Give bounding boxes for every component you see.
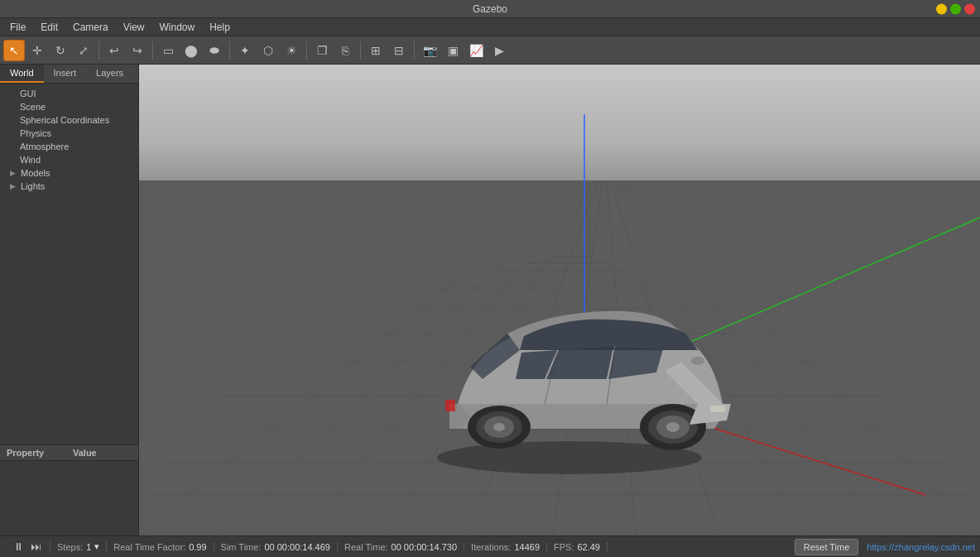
align-tool-button[interactable]: ⊞ — [365, 40, 387, 61]
scene-svg — [139, 65, 980, 535]
world-tree: GUISceneSpherical CoordinatesPhysicsAtmo… — [0, 84, 138, 444]
real-time-section: Real Time: 00 00:00:14.730 — [338, 542, 464, 552]
fps-value: 62.49 — [577, 542, 600, 552]
toolbar: ↖✛↻⤢↩↪▭⬤⬬✦⬡☀❐⎘⊞⊟📷▣📈▶ — [0, 36, 980, 65]
record-tool-button[interactable]: ▣ — [442, 40, 464, 61]
step-button[interactable]: ⏭ — [29, 540, 43, 553]
scale-tool-button[interactable]: ⤢ — [73, 40, 94, 61]
url-bar: https://zhangrelay.csdn.net — [867, 542, 975, 552]
toolbar-separator — [152, 41, 153, 60]
real-time-label: Real Time: — [344, 542, 388, 552]
tab-world[interactable]: World — [0, 65, 44, 83]
status-bar: ⏸ ⏭ Steps: 1 ▾ Real Time Factor: 0.99 Si… — [0, 535, 980, 557]
point-light-tool-button[interactable]: ✦ — [234, 40, 256, 61]
rtf-label: Real Time Factor: — [113, 542, 185, 552]
play-controls: ⏸ ⏭ — [5, 540, 50, 553]
steps-value: 1 — [86, 542, 91, 552]
tree-item-spherical-coordinates[interactable]: Spherical Coordinates — [0, 113, 138, 127]
sim-time-section: Sim Time: 00 00:00:14.469 — [214, 542, 338, 552]
tree-item-gui[interactable]: GUI — [0, 87, 138, 100]
property-panel: Property Value — [0, 444, 138, 535]
toolbar-separator — [360, 41, 361, 60]
maximize-button[interactable] — [950, 3, 961, 14]
directional-light-tool-button[interactable]: ☀ — [281, 40, 302, 61]
copy-tool-button[interactable]: ❐ — [311, 40, 333, 61]
iterations-value: 14469 — [514, 542, 540, 552]
window-controls — [936, 3, 975, 14]
svg-point-38 — [493, 423, 505, 431]
select-tool-button[interactable]: ↖ — [3, 40, 25, 61]
plot-tool-button[interactable]: 📈 — [465, 40, 487, 61]
real-time-value: 00 00:00:14.730 — [392, 542, 458, 552]
tree-item-wind[interactable]: Wind — [0, 153, 138, 166]
close-button[interactable] — [964, 3, 975, 14]
iterations-section: Iterations: 14469 — [464, 542, 547, 552]
rotate-tool-button[interactable]: ↻ — [50, 40, 71, 61]
tree-item-scene[interactable]: Scene — [0, 100, 138, 113]
reset-time-button[interactable]: Reset Time — [795, 539, 859, 555]
sphere-tool-button[interactable]: ⬤ — [180, 40, 202, 61]
minimize-button[interactable] — [936, 3, 947, 14]
tab-layers[interactable]: Layers — [86, 65, 133, 83]
sim-time-value: 00 00:00:14.469 — [264, 542, 330, 552]
menu-item-view[interactable]: View — [117, 20, 151, 35]
menu-item-help[interactable]: Help — [203, 20, 237, 35]
snap-tool-button[interactable]: ⊟ — [388, 40, 410, 61]
tab-insert[interactable]: Insert — [44, 65, 87, 83]
tree-item-lights[interactable]: Lights — [0, 180, 138, 193]
toolbar-separator — [306, 41, 307, 60]
left-panel: WorldInsertLayers GUISceneSpherical Coor… — [0, 65, 139, 535]
tree-item-atmosphere[interactable]: Atmosphere — [0, 140, 138, 153]
menu-item-window[interactable]: Window — [153, 20, 202, 35]
tree-item-models[interactable]: Models — [0, 166, 138, 180]
menu-item-camera[interactable]: Camera — [66, 20, 115, 35]
toolbar-separator — [98, 41, 99, 60]
title-text: Gazebo — [473, 3, 507, 15]
steps-label: Steps: — [57, 542, 83, 552]
steps-section: Steps: 1 ▾ — [50, 541, 107, 552]
pause-button[interactable]: ⏸ — [12, 540, 26, 553]
sim-time-label: Sim Time: — [221, 542, 262, 552]
property-header: Property Value — [0, 445, 138, 461]
paste-tool-button[interactable]: ⎘ — [334, 40, 356, 61]
svg-point-34 — [666, 422, 680, 432]
video-tool-button[interactable]: ▶ — [488, 40, 510, 61]
main-layout: WorldInsertLayers GUISceneSpherical Coor… — [0, 65, 980, 535]
steps-arrow[interactable]: ▾ — [94, 541, 99, 552]
box-tool-button[interactable]: ▭ — [157, 40, 179, 61]
screenshot-tool-button[interactable]: 📷 — [419, 40, 440, 61]
svg-point-41 — [691, 357, 704, 365]
svg-rect-0 — [139, 65, 980, 197]
property-col: Property — [0, 445, 66, 460]
rtf-section: Real Time Factor: 0.99 — [107, 542, 214, 552]
translate-tool-button[interactable]: ✛ — [26, 40, 48, 61]
redo-tool-button[interactable]: ↪ — [127, 40, 148, 61]
svg-rect-40 — [445, 400, 455, 411]
svg-rect-39 — [710, 406, 725, 412]
spot-light-tool-button[interactable]: ⬡ — [257, 40, 279, 61]
title-bar: Gazebo — [0, 0, 980, 18]
fps-section: FPS: 62.49 — [547, 542, 608, 552]
tabs-row: WorldInsertLayers — [0, 65, 138, 84]
fps-label: FPS: — [554, 542, 574, 552]
iterations-label: Iterations: — [471, 542, 511, 552]
undo-tool-button[interactable]: ↩ — [103, 40, 125, 61]
rtf-value: 0.99 — [189, 542, 206, 552]
toolbar-separator — [414, 41, 415, 60]
menu-item-edit[interactable]: Edit — [34, 20, 65, 35]
menu-bar: FileEditCameraViewWindowHelp — [0, 18, 980, 36]
viewport[interactable] — [139, 65, 980, 535]
cylinder-tool-button[interactable]: ⬬ — [204, 40, 225, 61]
tree-item-physics[interactable]: Physics — [0, 127, 138, 140]
menu-item-file[interactable]: File — [3, 20, 32, 35]
value-col: Value — [66, 445, 103, 460]
toolbar-separator — [229, 41, 230, 60]
